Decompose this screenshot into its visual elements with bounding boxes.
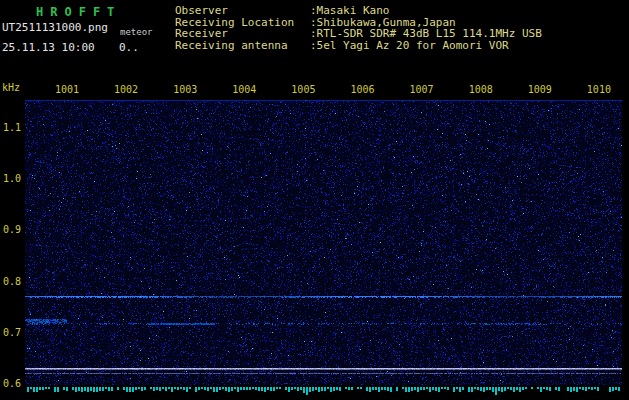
output-filename: UT2511131000.png	[2, 21, 108, 34]
app-title: HROFFT	[36, 5, 121, 19]
info-value: :Masaki Kano	[310, 5, 542, 17]
info-value: :5el Yagi Az 20 for Aomori VOR	[310, 40, 542, 52]
station-info-row: Receiving antenna:5el Yagi Az 20 for Aom…	[175, 40, 542, 52]
info-label: Observer	[175, 5, 310, 17]
y-tick-label: 0.9	[3, 224, 21, 235]
x-tick-label: 1005	[291, 84, 315, 95]
x-tick-label: 1004	[232, 84, 256, 95]
info-value: :RTL-SDR SDR# 43dB L15 114.1MHz USB	[310, 28, 542, 40]
station-info-row: Observer:Masaki Kano	[175, 5, 542, 17]
x-tick-label: 1007	[410, 84, 434, 95]
y-tick-label: 0.7	[3, 326, 21, 337]
x-tick-label: 1006	[350, 84, 374, 95]
y-tick-label: 0.6	[3, 378, 21, 389]
y-tick-label: 0.8	[3, 275, 21, 286]
x-tick-label: 1010	[587, 84, 611, 95]
station-info-block: Observer:Masaki KanoReceiving Location:S…	[175, 5, 542, 51]
observation-datetime: 25.11.13 10:00	[2, 41, 95, 54]
hrofft-screen: HROFFT UT2511131000.png meteor 25.11.13 …	[0, 0, 629, 400]
counter-text: 0..	[119, 41, 139, 54]
y-tick-label: 1.1	[3, 122, 21, 133]
x-tick-label: 1009	[528, 84, 552, 95]
observation-tag: meteor	[120, 27, 153, 37]
x-tick-label: 1003	[173, 84, 197, 95]
signal-level-strip	[25, 385, 622, 400]
x-tick-label: 1001	[55, 84, 79, 95]
x-tick-label: 1002	[114, 84, 138, 95]
x-tick-label: 1008	[469, 84, 493, 95]
station-info-row: Receiver:RTL-SDR SDR# 43dB L15 114.1MHz …	[175, 28, 542, 40]
y-tick-label: 1.0	[3, 173, 21, 184]
spectrogram-canvas	[25, 100, 622, 385]
info-label: Receiving antenna	[175, 40, 310, 52]
y-axis-unit-label: kHz	[2, 82, 20, 93]
info-label: Receiver	[175, 28, 310, 40]
